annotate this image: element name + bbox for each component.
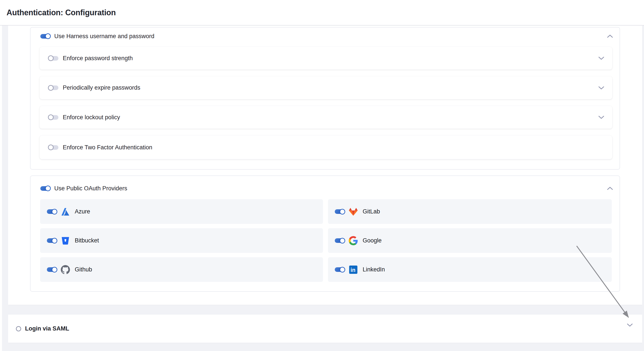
azure-icon bbox=[61, 207, 70, 216]
oauth-section-header[interactable]: Use Public OAuth Providers bbox=[30, 183, 620, 194]
toggle-knob bbox=[52, 238, 57, 244]
google-icon bbox=[349, 236, 358, 245]
provider-label: Github bbox=[75, 266, 92, 273]
saml-label: Login via SAML bbox=[25, 325, 69, 332]
enforce-password-strength-row[interactable]: Enforce password strength bbox=[40, 47, 612, 70]
provider-row-linkedin: in LinkedIn bbox=[328, 257, 612, 282]
authentication-configuration-page: Authentication: Configuration Use Harnes… bbox=[0, 0, 644, 351]
enforce-two-factor-authentication-row[interactable]: Enforce Two Factor Authentication bbox=[40, 136, 612, 159]
toggle-knob bbox=[52, 267, 57, 272]
provider-row-google: Google bbox=[328, 228, 612, 253]
saml-radio-button[interactable] bbox=[16, 326, 21, 332]
toggle-knob bbox=[45, 33, 51, 39]
provider-row-gitlab: GitLab bbox=[328, 199, 612, 224]
enforce-password-strength-toggle[interactable] bbox=[48, 56, 58, 60]
provider-label: LinkedIn bbox=[363, 266, 385, 273]
provider-row-github: Github bbox=[40, 257, 323, 282]
oauth-section-label: Use Public OAuth Providers bbox=[54, 185, 127, 192]
chevron-up-icon[interactable] bbox=[607, 34, 613, 38]
harness-section-label: Use Harness username and password bbox=[54, 33, 154, 40]
linkedin-icon: in bbox=[349, 265, 358, 274]
svg-text:in: in bbox=[350, 267, 355, 273]
provider-row-azure: Azure bbox=[40, 199, 323, 224]
toggle-knob bbox=[48, 144, 54, 150]
login-via-saml-row[interactable]: Login via SAML bbox=[8, 314, 642, 343]
toggle-knob bbox=[52, 209, 57, 214]
github-icon bbox=[61, 265, 70, 274]
google-toggle[interactable] bbox=[335, 238, 345, 243]
provider-label: Bitbucket bbox=[75, 237, 99, 244]
enforce-lockout-policy-toggle[interactable] bbox=[48, 115, 58, 120]
provider-label: GitLab bbox=[363, 208, 380, 215]
chevron-down-icon[interactable] bbox=[598, 115, 604, 120]
azure-toggle[interactable] bbox=[47, 209, 57, 214]
public-oauth-providers-toggle[interactable] bbox=[40, 186, 50, 191]
chevron-up-icon[interactable] bbox=[607, 186, 613, 190]
toggle-knob bbox=[45, 186, 51, 191]
row-label: Enforce Two Factor Authentication bbox=[63, 144, 152, 151]
gitlab-toggle[interactable] bbox=[335, 209, 345, 214]
harness-username-password-section: Use Harness username and password Enforc… bbox=[30, 27, 620, 170]
periodically-expire-passwords-toggle[interactable] bbox=[48, 86, 58, 90]
provider-label: Google bbox=[363, 237, 382, 244]
page-header: Authentication: Configuration bbox=[0, 0, 644, 26]
enforce-two-factor-authentication-toggle[interactable] bbox=[48, 145, 58, 150]
row-label: Periodically expire passwords bbox=[63, 84, 140, 91]
chevron-down-icon[interactable] bbox=[598, 86, 604, 90]
toggle-knob bbox=[48, 56, 54, 61]
periodically-expire-passwords-row[interactable]: Periodically expire passwords bbox=[40, 76, 612, 99]
public-oauth-providers-section: Use Public OAuth Providers Azure bbox=[30, 176, 620, 292]
github-toggle[interactable] bbox=[47, 267, 57, 272]
left-edge-strip bbox=[0, 26, 2, 351]
row-label: Enforce lockout policy bbox=[63, 114, 120, 121]
gitlab-icon bbox=[349, 207, 358, 216]
page-title: Authentication: Configuration bbox=[6, 8, 116, 17]
bitbucket-icon bbox=[61, 236, 70, 245]
chevron-down-icon[interactable] bbox=[598, 56, 604, 60]
linkedin-toggle[interactable] bbox=[335, 267, 345, 272]
chevron-down-icon[interactable] bbox=[627, 323, 633, 327]
harness-section-header[interactable]: Use Harness username and password bbox=[30, 31, 620, 42]
row-label: Enforce password strength bbox=[63, 55, 133, 62]
toggle-knob bbox=[48, 85, 54, 91]
toggle-knob bbox=[340, 238, 345, 244]
toggle-knob bbox=[340, 209, 345, 214]
harness-username-password-toggle[interactable] bbox=[40, 34, 50, 38]
toggle-knob bbox=[340, 267, 345, 272]
provider-label: Azure bbox=[75, 208, 90, 215]
enforce-lockout-policy-row[interactable]: Enforce lockout policy bbox=[40, 106, 612, 129]
toggle-knob bbox=[48, 114, 54, 120]
provider-row-bitbucket: Bitbucket bbox=[40, 228, 323, 253]
bitbucket-toggle[interactable] bbox=[47, 238, 57, 243]
